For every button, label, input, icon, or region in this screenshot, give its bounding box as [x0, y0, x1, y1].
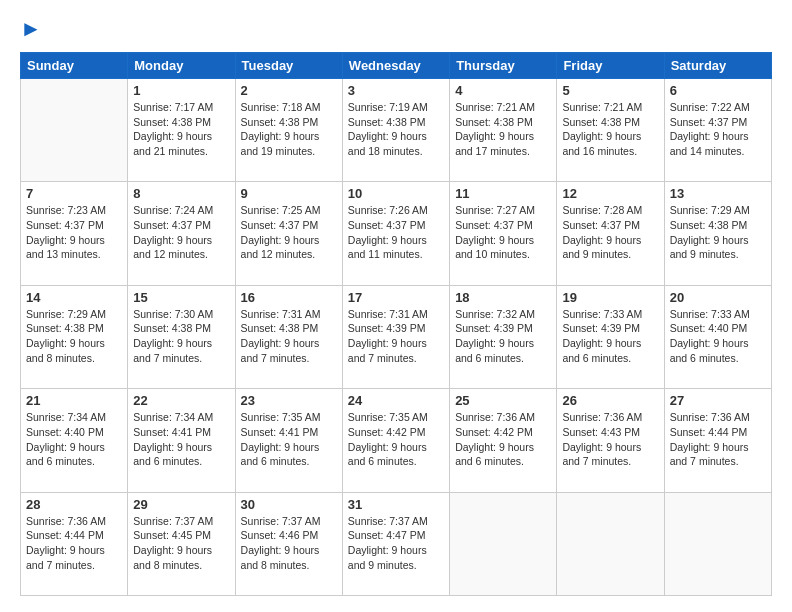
weekday-header-sunday: Sunday	[21, 53, 128, 79]
weekday-header-thursday: Thursday	[450, 53, 557, 79]
day-info: Sunrise: 7:29 AMSunset: 4:38 PMDaylight:…	[670, 203, 766, 262]
day-number: 5	[562, 83, 658, 98]
day-info: Sunrise: 7:33 AMSunset: 4:39 PMDaylight:…	[562, 307, 658, 366]
day-info: Sunrise: 7:21 AMSunset: 4:38 PMDaylight:…	[455, 100, 551, 159]
day-number: 19	[562, 290, 658, 305]
day-info: Sunrise: 7:37 AMSunset: 4:45 PMDaylight:…	[133, 514, 229, 573]
day-number: 10	[348, 186, 444, 201]
day-number: 6	[670, 83, 766, 98]
calendar-cell: 27Sunrise: 7:36 AMSunset: 4:44 PMDayligh…	[664, 389, 771, 492]
day-number: 31	[348, 497, 444, 512]
day-number: 4	[455, 83, 551, 98]
day-number: 12	[562, 186, 658, 201]
calendar-cell: 28Sunrise: 7:36 AMSunset: 4:44 PMDayligh…	[21, 492, 128, 595]
day-number: 7	[26, 186, 122, 201]
day-info: Sunrise: 7:37 AMSunset: 4:47 PMDaylight:…	[348, 514, 444, 573]
day-info: Sunrise: 7:30 AMSunset: 4:38 PMDaylight:…	[133, 307, 229, 366]
calendar-cell: 16Sunrise: 7:31 AMSunset: 4:38 PMDayligh…	[235, 285, 342, 388]
calendar-cell: 10Sunrise: 7:26 AMSunset: 4:37 PMDayligh…	[342, 182, 449, 285]
calendar-cell: 11Sunrise: 7:27 AMSunset: 4:37 PMDayligh…	[450, 182, 557, 285]
day-number: 15	[133, 290, 229, 305]
day-info: Sunrise: 7:24 AMSunset: 4:37 PMDaylight:…	[133, 203, 229, 262]
day-number: 20	[670, 290, 766, 305]
calendar-cell	[664, 492, 771, 595]
calendar-cell: 8Sunrise: 7:24 AMSunset: 4:37 PMDaylight…	[128, 182, 235, 285]
calendar-cell: 19Sunrise: 7:33 AMSunset: 4:39 PMDayligh…	[557, 285, 664, 388]
day-info: Sunrise: 7:35 AMSunset: 4:41 PMDaylight:…	[241, 410, 337, 469]
day-info: Sunrise: 7:28 AMSunset: 4:37 PMDaylight:…	[562, 203, 658, 262]
calendar-cell: 2Sunrise: 7:18 AMSunset: 4:38 PMDaylight…	[235, 79, 342, 182]
header: ►	[20, 16, 772, 42]
calendar-cell: 17Sunrise: 7:31 AMSunset: 4:39 PMDayligh…	[342, 285, 449, 388]
calendar-cell: 22Sunrise: 7:34 AMSunset: 4:41 PMDayligh…	[128, 389, 235, 492]
day-info: Sunrise: 7:36 AMSunset: 4:44 PMDaylight:…	[670, 410, 766, 469]
logo: ►	[20, 16, 42, 42]
calendar-cell: 1Sunrise: 7:17 AMSunset: 4:38 PMDaylight…	[128, 79, 235, 182]
day-info: Sunrise: 7:34 AMSunset: 4:41 PMDaylight:…	[133, 410, 229, 469]
day-info: Sunrise: 7:32 AMSunset: 4:39 PMDaylight:…	[455, 307, 551, 366]
day-number: 1	[133, 83, 229, 98]
calendar-cell: 30Sunrise: 7:37 AMSunset: 4:46 PMDayligh…	[235, 492, 342, 595]
day-number: 17	[348, 290, 444, 305]
calendar-cell: 5Sunrise: 7:21 AMSunset: 4:38 PMDaylight…	[557, 79, 664, 182]
day-info: Sunrise: 7:33 AMSunset: 4:40 PMDaylight:…	[670, 307, 766, 366]
calendar-cell: 31Sunrise: 7:37 AMSunset: 4:47 PMDayligh…	[342, 492, 449, 595]
week-row-4: 28Sunrise: 7:36 AMSunset: 4:44 PMDayligh…	[21, 492, 772, 595]
day-number: 29	[133, 497, 229, 512]
day-number: 30	[241, 497, 337, 512]
week-row-1: 7Sunrise: 7:23 AMSunset: 4:37 PMDaylight…	[21, 182, 772, 285]
day-number: 23	[241, 393, 337, 408]
weekday-header-row: SundayMondayTuesdayWednesdayThursdayFrid…	[21, 53, 772, 79]
day-info: Sunrise: 7:36 AMSunset: 4:43 PMDaylight:…	[562, 410, 658, 469]
weekday-header-saturday: Saturday	[664, 53, 771, 79]
calendar-cell: 12Sunrise: 7:28 AMSunset: 4:37 PMDayligh…	[557, 182, 664, 285]
day-number: 8	[133, 186, 229, 201]
weekday-header-monday: Monday	[128, 53, 235, 79]
day-number: 21	[26, 393, 122, 408]
calendar-cell: 6Sunrise: 7:22 AMSunset: 4:37 PMDaylight…	[664, 79, 771, 182]
day-info: Sunrise: 7:31 AMSunset: 4:39 PMDaylight:…	[348, 307, 444, 366]
day-info: Sunrise: 7:36 AMSunset: 4:44 PMDaylight:…	[26, 514, 122, 573]
day-number: 18	[455, 290, 551, 305]
calendar-cell: 7Sunrise: 7:23 AMSunset: 4:37 PMDaylight…	[21, 182, 128, 285]
day-number: 22	[133, 393, 229, 408]
day-number: 24	[348, 393, 444, 408]
weekday-header-friday: Friday	[557, 53, 664, 79]
calendar-cell: 21Sunrise: 7:34 AMSunset: 4:40 PMDayligh…	[21, 389, 128, 492]
day-info: Sunrise: 7:27 AMSunset: 4:37 PMDaylight:…	[455, 203, 551, 262]
calendar-cell: 20Sunrise: 7:33 AMSunset: 4:40 PMDayligh…	[664, 285, 771, 388]
day-number: 26	[562, 393, 658, 408]
weekday-header-wednesday: Wednesday	[342, 53, 449, 79]
day-info: Sunrise: 7:31 AMSunset: 4:38 PMDaylight:…	[241, 307, 337, 366]
day-info: Sunrise: 7:22 AMSunset: 4:37 PMDaylight:…	[670, 100, 766, 159]
day-info: Sunrise: 7:21 AMSunset: 4:38 PMDaylight:…	[562, 100, 658, 159]
calendar-cell: 4Sunrise: 7:21 AMSunset: 4:38 PMDaylight…	[450, 79, 557, 182]
day-info: Sunrise: 7:37 AMSunset: 4:46 PMDaylight:…	[241, 514, 337, 573]
day-number: 25	[455, 393, 551, 408]
day-info: Sunrise: 7:19 AMSunset: 4:38 PMDaylight:…	[348, 100, 444, 159]
page: ► SundayMondayTuesdayWednesdayThursdayFr…	[0, 0, 792, 612]
calendar-cell	[557, 492, 664, 595]
calendar-cell	[450, 492, 557, 595]
calendar-cell: 29Sunrise: 7:37 AMSunset: 4:45 PMDayligh…	[128, 492, 235, 595]
calendar-table: SundayMondayTuesdayWednesdayThursdayFrid…	[20, 52, 772, 596]
day-number: 28	[26, 497, 122, 512]
day-info: Sunrise: 7:35 AMSunset: 4:42 PMDaylight:…	[348, 410, 444, 469]
day-number: 16	[241, 290, 337, 305]
calendar-cell: 9Sunrise: 7:25 AMSunset: 4:37 PMDaylight…	[235, 182, 342, 285]
week-row-0: 1Sunrise: 7:17 AMSunset: 4:38 PMDaylight…	[21, 79, 772, 182]
calendar-cell: 14Sunrise: 7:29 AMSunset: 4:38 PMDayligh…	[21, 285, 128, 388]
week-row-2: 14Sunrise: 7:29 AMSunset: 4:38 PMDayligh…	[21, 285, 772, 388]
logo-triangle-icon: ►	[20, 16, 42, 42]
day-number: 13	[670, 186, 766, 201]
day-info: Sunrise: 7:26 AMSunset: 4:37 PMDaylight:…	[348, 203, 444, 262]
calendar-cell: 26Sunrise: 7:36 AMSunset: 4:43 PMDayligh…	[557, 389, 664, 492]
calendar-cell: 15Sunrise: 7:30 AMSunset: 4:38 PMDayligh…	[128, 285, 235, 388]
calendar-cell: 23Sunrise: 7:35 AMSunset: 4:41 PMDayligh…	[235, 389, 342, 492]
day-number: 3	[348, 83, 444, 98]
day-info: Sunrise: 7:29 AMSunset: 4:38 PMDaylight:…	[26, 307, 122, 366]
calendar-cell: 3Sunrise: 7:19 AMSunset: 4:38 PMDaylight…	[342, 79, 449, 182]
day-info: Sunrise: 7:25 AMSunset: 4:37 PMDaylight:…	[241, 203, 337, 262]
day-info: Sunrise: 7:36 AMSunset: 4:42 PMDaylight:…	[455, 410, 551, 469]
day-info: Sunrise: 7:23 AMSunset: 4:37 PMDaylight:…	[26, 203, 122, 262]
